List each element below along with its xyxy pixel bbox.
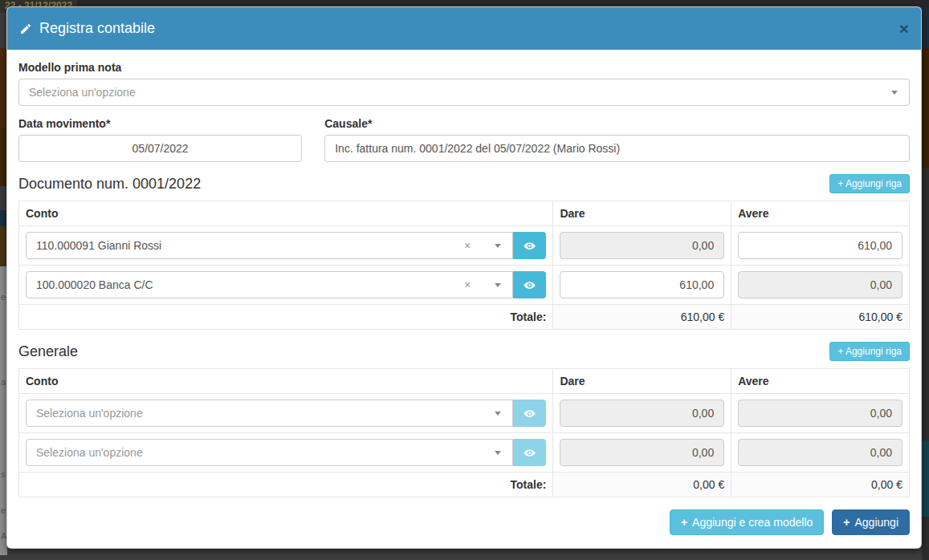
aggiungi-button[interactable]: + Aggiungi (832, 509, 910, 535)
table-row: Seleziona un'opzione (19, 433, 910, 473)
modello-placeholder: Seleziona un'opzione (29, 86, 136, 99)
plus-icon: + (837, 346, 843, 357)
totale-avere: 610,00 € (731, 305, 910, 330)
background-text-fragment: s (1, 469, 6, 479)
background-fragment (922, 47, 929, 168)
conto-select[interactable]: Seleziona un'opzione (26, 439, 513, 466)
aggiungi-riga-button[interactable]: + Aggiungi riga (829, 174, 910, 193)
plus-icon: + (843, 516, 850, 529)
dare-header: Dare (553, 201, 731, 226)
clear-icon[interactable]: × (464, 278, 471, 291)
avere-header: Avere (731, 201, 910, 226)
causale-input[interactable] (324, 135, 910, 162)
close-icon[interactable]: × (899, 20, 909, 37)
aggiungi-e-crea-modello-button[interactable]: + Aggiungi e crea modello (670, 509, 824, 535)
chevron-down-icon (891, 91, 898, 95)
modal-title: Registra contabile (19, 20, 155, 37)
aggiungi-riga-button[interactable]: + Aggiungi riga (829, 342, 910, 361)
modal-header: Registra contabile × (7, 7, 921, 50)
conto-placeholder: Seleziona un'opzione (36, 446, 143, 459)
eye-button[interactable] (513, 400, 546, 427)
dare-header: Dare (553, 369, 731, 394)
dare-input[interactable] (560, 232, 724, 259)
pencil-icon (19, 22, 32, 35)
background-fragment (922, 440, 929, 517)
total-row: Totale: 0,00 € 0,00 € (19, 473, 910, 497)
eye-button[interactable] (513, 439, 546, 466)
background-text-fragment: e (1, 292, 6, 302)
conto-select[interactable]: Seleziona un'opzione (26, 400, 513, 427)
table-row: 110.000091 Gianni Rossi × (19, 226, 910, 266)
avere-input[interactable] (738, 400, 903, 427)
chevron-down-icon (495, 412, 501, 416)
eye-button[interactable] (513, 232, 546, 259)
conto-select[interactable]: 110.000091 Gianni Rossi × (26, 232, 513, 259)
background-fragment (922, 517, 929, 560)
documento-table: Conto Dare Avere 110.000091 Gianni Rossi… (18, 201, 910, 330)
chevron-down-icon (495, 451, 501, 455)
avere-input[interactable] (738, 271, 903, 298)
chevron-down-icon (495, 244, 501, 248)
avere-header: Avere (731, 369, 910, 394)
background-fragment (922, 7, 929, 47)
plus-icon: + (681, 516, 687, 529)
dare-input[interactable] (560, 439, 724, 466)
plus-icon: + (837, 178, 843, 189)
total-row: Totale: 610,00 € 610,00 € (19, 305, 910, 330)
totale-dare: 610,00 € (553, 305, 731, 330)
totale-avere: 0,00 € (731, 473, 910, 497)
modello-prima-nota-select[interactable]: Seleziona un'opzione (18, 79, 910, 106)
section-generale-title: Generale (18, 343, 78, 360)
data-movimento-input[interactable] (18, 135, 302, 162)
background-fragment (922, 168, 929, 440)
avere-input[interactable] (738, 232, 903, 259)
table-row: 100.000020 Banca C/C × (19, 266, 910, 305)
chevron-down-icon (495, 283, 501, 287)
conto-value: 110.000091 Gianni Rossi (36, 239, 161, 252)
table-row: Seleziona un'opzione (19, 394, 910, 433)
eye-button[interactable] (513, 271, 546, 298)
avere-input[interactable] (738, 439, 903, 466)
generale-table: Conto Dare Avere Seleziona un'opzione (18, 368, 910, 497)
conto-value: 100.000020 Banca C/C (36, 278, 153, 291)
clear-icon[interactable]: × (464, 239, 471, 252)
dare-input[interactable] (560, 271, 724, 298)
conto-header: Conto (19, 201, 553, 226)
conto-placeholder: Seleziona un'opzione (36, 407, 143, 420)
table-header-row: Conto Dare Avere (19, 201, 910, 226)
modello-prima-nota-label: Modello prima nota (18, 61, 910, 74)
modal-footer: + Aggiungi e crea modello + Aggiungi (7, 501, 921, 548)
conto-header: Conto (19, 369, 553, 394)
background-text-fragment: e (1, 505, 6, 515)
table-header-row: Conto Dare Avere (19, 369, 910, 394)
conto-select[interactable]: 100.000020 Banca C/C × (26, 271, 513, 298)
background-text-fragment: a (1, 377, 6, 387)
modal-body: Modello prima nota Seleziona un'opzione … (7, 50, 921, 501)
causale-label: Causale* (324, 117, 910, 130)
data-movimento-label: Data movimento* (18, 117, 302, 130)
totale-dare: 0,00 € (553, 473, 731, 497)
totale-label: Totale: (19, 305, 553, 330)
registra-contabile-modal: Registra contabile × Modello prima nota … (6, 6, 922, 549)
modal-title-text: Registra contabile (39, 20, 155, 37)
totale-label: Totale: (19, 473, 553, 497)
section-documento-title: Documento num. 0001/2022 (18, 176, 201, 193)
dare-input[interactable] (560, 400, 724, 427)
